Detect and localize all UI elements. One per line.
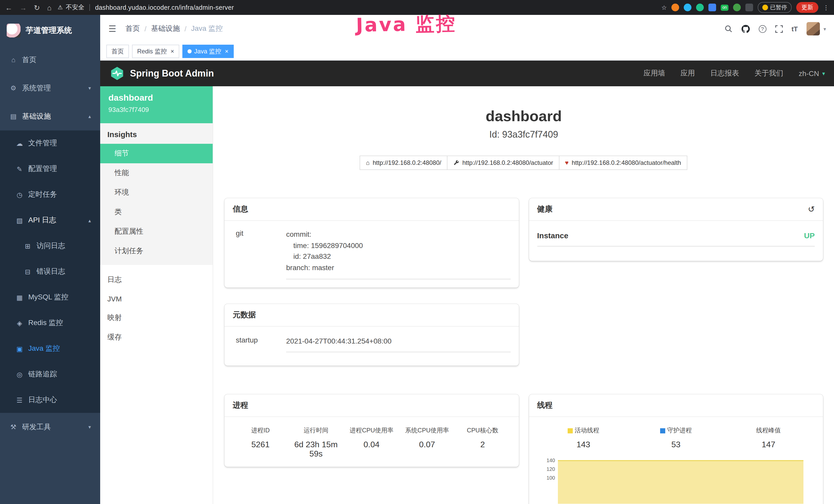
- sidebar-item-label: 文件管理: [28, 139, 57, 148]
- search-icon[interactable]: [724, 25, 732, 33]
- process-col-sys-cpu: 系统CPU使用率 0.07: [399, 427, 455, 459]
- tab-redis-monitor[interactable]: Redis 监控 ×: [132, 45, 179, 58]
- sba-nav-menu: 应用墙 应用 日志报表 关于我们 zh-CN ▾: [644, 69, 825, 78]
- health-card-title: 健康: [537, 204, 552, 214]
- sidebar-item-error-log[interactable]: ⊟ 错误日志: [0, 259, 100, 284]
- instance-menu-jvm[interactable]: JVM: [100, 290, 213, 308]
- sidebar-item-java[interactable]: ▣ Java 监控: [0, 336, 100, 362]
- cards-row-3: 进程 进程ID 5261 运行时间: [224, 395, 823, 504]
- sidebar-item-trace[interactable]: ◎ 链路追踪: [0, 362, 100, 387]
- service-url-link[interactable]: ⌂ http://192.168.0.2:48080/: [360, 156, 447, 170]
- sidebar-item-api-log[interactable]: ▧ API 日志 ▴: [0, 207, 100, 233]
- sidebar-item-home[interactable]: ⌂ 首页: [0, 46, 100, 74]
- health-card-header: 健康 ↺: [529, 198, 823, 221]
- process-col-pid: 进程ID 5261: [233, 427, 288, 459]
- sidebar-item-redis[interactable]: ◈ Redis 监控: [0, 310, 100, 336]
- sidebar-item-jobs[interactable]: ◷ 定时任务: [0, 182, 100, 207]
- update-button[interactable]: 更新: [796, 2, 818, 13]
- git-commit-time: time: 1596289704000: [286, 240, 510, 251]
- sidebar-item-system[interactable]: ⚙ 系统管理 ▾: [0, 74, 100, 102]
- extension-icon-2[interactable]: [684, 4, 692, 11]
- reload-icon[interactable]: ↻: [34, 3, 40, 12]
- extensions-puzzle-icon[interactable]: [745, 4, 753, 11]
- address-divider: [89, 4, 90, 11]
- tab-label: 首页: [111, 47, 124, 56]
- github-icon[interactable]: [741, 24, 750, 33]
- breadcrumb-infra[interactable]: 基础设施: [151, 24, 180, 33]
- font-size-icon[interactable]: tT: [791, 25, 798, 32]
- insecure-warning-icon[interactable]: ⚠: [58, 4, 63, 11]
- sidebar-item-access-log[interactable]: ⊞ 访问日志: [0, 233, 100, 259]
- sidebar-item-config[interactable]: ✎ 配置管理: [0, 156, 100, 182]
- trace-icon: ◎: [16, 370, 24, 378]
- insecure-label: 不安全: [66, 3, 84, 12]
- instance-menu-bottom: 日志 JVM 映射 缓存: [100, 265, 213, 347]
- chevron-up-icon: ▴: [88, 113, 91, 119]
- instance-menu-mappings[interactable]: 映射: [100, 308, 213, 328]
- sidebar-item-label: Java 监控: [28, 344, 60, 353]
- extension-icon-1[interactable]: [672, 4, 679, 11]
- forward-icon[interactable]: →: [20, 3, 27, 12]
- process-col-header: CPU核心数: [455, 427, 510, 435]
- legend-value: 53: [630, 440, 722, 450]
- edit-icon: ✎: [16, 165, 24, 173]
- health-url-link[interactable]: ♥ http://192.168.0.2:48080/actuator/heal…: [559, 156, 687, 170]
- app-logo[interactable]: 芋道管理系统: [0, 15, 100, 46]
- right-column: ☰ 首页 / 基础设施 / Java 监控 Java 监控: [100, 15, 834, 504]
- tab-java-monitor[interactable]: Java 监控 ×: [182, 45, 234, 58]
- sba-nav-about[interactable]: 关于我们: [755, 69, 784, 78]
- browser-home-icon[interactable]: ⌂: [47, 3, 51, 12]
- tab-home[interactable]: 首页: [106, 45, 129, 58]
- bookmark-star-icon[interactable]: ☆: [661, 4, 667, 11]
- user-avatar[interactable]: [807, 22, 820, 36]
- sidebar-item-infra[interactable]: ▤ 基础设施 ▴: [0, 102, 100, 131]
- instance-menu-metrics[interactable]: 性能: [100, 163, 213, 183]
- instance-menu-classes[interactable]: 类: [100, 202, 213, 222]
- extension-icon-5[interactable]: [733, 4, 741, 11]
- instance-menu-logs[interactable]: 日志: [100, 270, 213, 290]
- process-card: 进程 进程ID 5261 运行时间: [224, 395, 519, 467]
- process-col-value: 0.04: [344, 440, 399, 450]
- gear-icon: ⚙: [9, 84, 18, 92]
- help-icon[interactable]: ?: [759, 25, 766, 32]
- sidebar-item-log-center[interactable]: ☰ 日志中心: [0, 387, 100, 413]
- instance-menu-config-props[interactable]: 配置属性: [100, 222, 213, 241]
- info-card-body: git commit: time: 1596289704000 id: 27aa…: [224, 221, 519, 288]
- legend-label: 活动线程: [575, 427, 599, 435]
- instance-menu-caches[interactable]: 缓存: [100, 328, 213, 347]
- instance-header[interactable]: dashboard 93a3fc7f7409: [100, 86, 213, 123]
- sba-nav-applications[interactable]: 应用: [681, 69, 695, 78]
- legend-live-threads: 活动线程 143: [537, 427, 630, 450]
- avatar-caret-icon[interactable]: ▾: [824, 26, 826, 31]
- instance-menu-scheduled-tasks[interactable]: 计划任务: [100, 241, 213, 261]
- extension-icon-4[interactable]: [708, 4, 716, 11]
- sidebar-item-label: MySQL 监控: [28, 293, 68, 302]
- browser-menu-icon[interactable]: ⋮: [823, 4, 829, 11]
- app-header: ☰ 首页 / 基础设施 / Java 监控 Java 监控: [100, 15, 834, 43]
- instance-menu-details[interactable]: 细节: [100, 144, 213, 163]
- extension-icon-3[interactable]: [696, 4, 704, 11]
- health-history-icon[interactable]: ↺: [808, 204, 815, 214]
- fullscreen-icon[interactable]: [775, 25, 783, 32]
- sidebar-item-files[interactable]: ☁ 文件管理: [0, 131, 100, 156]
- extension-on-badge[interactable]: on: [721, 4, 728, 10]
- sba-nav-wallboard[interactable]: 应用墙: [644, 69, 665, 78]
- instance-menu-environment[interactable]: 环境: [100, 183, 213, 202]
- health-row-instance[interactable]: Instance UP: [537, 231, 815, 247]
- actuator-url-link[interactable]: http://192.168.0.2:48080/actuator: [447, 156, 559, 170]
- instance-id-line: Id: 93a3fc7f7409: [224, 130, 823, 140]
- sba-nav-journal[interactable]: 日志报表: [710, 69, 739, 78]
- sidebar-item-devtools[interactable]: ⚒ 研发工具 ▾: [0, 413, 100, 441]
- paused-badge[interactable]: 已暂停: [758, 2, 792, 13]
- back-icon[interactable]: ←: [5, 3, 12, 12]
- info-card-title: 信息: [233, 204, 248, 214]
- close-icon[interactable]: ×: [225, 48, 228, 55]
- address-bar[interactable]: ⚠ 不安全 dashboard.yudao.iocoder.cn/infra/a…: [58, 3, 234, 12]
- sidebar-toggle-icon[interactable]: ☰: [108, 23, 116, 34]
- url-text[interactable]: dashboard.yudao.iocoder.cn/infra/admin-s…: [95, 4, 234, 11]
- sba-language-select[interactable]: zh-CN ▾: [799, 69, 825, 77]
- sidebar-item-mysql[interactable]: ▦ MySQL 监控: [0, 284, 100, 310]
- process-col-value: 5261: [233, 440, 288, 450]
- breadcrumb-home[interactable]: 首页: [126, 24, 140, 33]
- close-icon[interactable]: ×: [171, 48, 174, 55]
